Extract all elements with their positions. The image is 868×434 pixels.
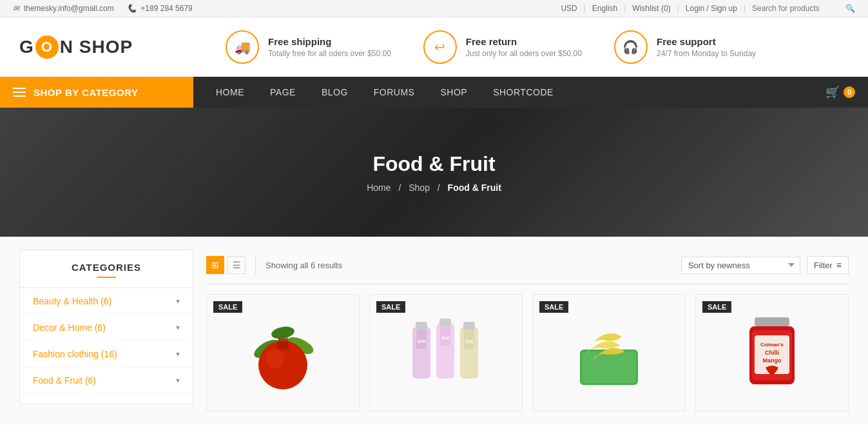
main-content: CATEGORIES Beauty & Health (6) ▾ Decor &… <box>0 237 868 424</box>
filter-icon: ≡ <box>836 260 842 270</box>
nav-shortcode[interactable]: SHORTCODE <box>483 77 563 108</box>
product-card-4[interactable]: SALE Colman's Chilli Ma <box>695 294 849 411</box>
product-image-2: SALE OVI OVI <box>370 295 522 411</box>
product-image-3: SALE <box>533 295 685 411</box>
wishlist-link[interactable]: Wishlist (0) <box>632 4 670 13</box>
svg-rect-24 <box>755 317 789 326</box>
logo-g: G <box>19 37 34 57</box>
category-beauty-health[interactable]: Beauty & Health (6) ▾ <box>20 288 193 315</box>
divider3: | <box>677 4 679 13</box>
sidebar: CATEGORIES Beauty & Health (6) ▾ Decor &… <box>19 250 193 411</box>
product-grid: SALE <box>206 294 849 411</box>
category-decor-home-link[interactable]: Decor & Home (6) <box>33 322 106 333</box>
grid-view-button[interactable]: ⊞ <box>206 256 224 274</box>
divider: | <box>584 4 586 13</box>
category-beauty-health-link[interactable]: Beauty & Health (6) <box>33 296 111 306</box>
sort-select[interactable]: Sort by newness Sort by price: low to hi… <box>681 257 800 274</box>
shop-by-category-label: SHOP BY CATEGORY <box>34 87 138 98</box>
shop-by-category-button[interactable]: SHOP BY CATEGORY <box>0 77 193 108</box>
hamburger-icon <box>13 88 26 97</box>
feature-return: ↩ Free return Just only for all oders ov… <box>423 30 582 64</box>
header: G O N SHOP 🚚 Free shipping Totally free … <box>0 17 868 77</box>
filter-label: Filter <box>814 261 833 270</box>
cart-icon: 🛒 <box>825 85 840 99</box>
feature-shipping-text: Free shipping Totally free for all oders… <box>268 36 391 58</box>
email-icon: ✉ <box>13 4 19 13</box>
header-features: 🚚 Free shipping Totally free for all ode… <box>133 30 849 64</box>
chevron-down-icon: ▾ <box>176 297 180 306</box>
products-area: ⊞ ☰ Showing all 6 results Sort by newnes… <box>206 250 849 411</box>
logo-circle: O <box>35 35 59 59</box>
bottles-svg: OVI OVI OVI <box>407 308 485 398</box>
product-card-2[interactable]: SALE OVI OVI <box>369 294 523 411</box>
chevron-down-icon-3: ▾ <box>176 350 180 359</box>
top-bar-left: ✉ themesky.info@gmail.com 📞 +189 284 567… <box>13 4 193 13</box>
sale-badge-2: SALE <box>376 301 405 313</box>
breadcrumb-home[interactable]: Home <box>367 182 391 193</box>
chevron-down-icon-2: ▾ <box>176 323 180 332</box>
cart-button[interactable]: 🛒 0 <box>813 85 868 99</box>
search-input[interactable] <box>752 4 842 13</box>
phone-icon: 📞 <box>127 4 137 13</box>
divider4: | <box>744 4 746 13</box>
svg-text:Chilli: Chilli <box>765 350 779 356</box>
nav-shop[interactable]: SHOP <box>430 77 477 108</box>
toolbar-divider <box>255 256 256 274</box>
bananas-svg <box>570 314 648 391</box>
product-image: SALE <box>207 295 359 411</box>
logo[interactable]: G O N SHOP <box>19 35 133 59</box>
search-icon[interactable]: 🔍 <box>845 4 855 13</box>
category-decor-home[interactable]: Decor & Home (6) ▾ <box>20 315 193 341</box>
nav-blog[interactable]: BLOG <box>312 77 358 108</box>
hero-banner: Food & Fruit Home / Shop / Food & Fruit <box>0 108 868 237</box>
product-card[interactable]: SALE <box>206 294 360 411</box>
svg-rect-19 <box>463 322 475 330</box>
sale-badge-3: SALE <box>539 301 568 313</box>
pomegranate-svg <box>247 313 318 391</box>
divider2: | <box>624 4 626 13</box>
feature-support: 🎧 Free support 24/7 from Monday to Sunda… <box>614 30 756 64</box>
top-bar-right: USD | English | Wishlist (0) | Login / S… <box>561 4 855 13</box>
chevron-down-icon-4: ▾ <box>176 376 180 385</box>
svg-point-4 <box>265 349 284 368</box>
cart-badge: 0 <box>844 86 855 98</box>
product-card-3[interactable]: SALE <box>532 294 686 411</box>
filter-button[interactable]: Filter ≡ <box>807 256 849 274</box>
sauce-svg: Colman's Chilli Mango <box>743 311 801 395</box>
svg-text:OVI: OVI <box>465 339 473 344</box>
category-fashion-clothing[interactable]: Fashion clothing (16) ▾ <box>20 341 193 368</box>
sale-badge: SALE <box>213 301 242 313</box>
category-food-fruit[interactable]: Food & Fruit (6) ▾ <box>20 368 193 394</box>
support-icon: 🎧 <box>614 30 648 64</box>
svg-rect-5 <box>277 342 289 350</box>
category-fashion-clothing-link[interactable]: Fashion clothing (16) <box>33 349 117 359</box>
phone-link[interactable]: 📞 +189 284 5679 <box>127 4 193 13</box>
feature-return-text: Free return Just only for all oders over… <box>466 36 582 58</box>
truck-icon: 🚚 <box>226 30 259 64</box>
breadcrumb-shop[interactable]: Shop <box>409 182 430 193</box>
nav-page[interactable]: PAGE <box>260 77 305 108</box>
nav-bar: SHOP BY CATEGORY HOME PAGE BLOG FORUMS S… <box>0 77 868 108</box>
logo-shop: SHOP <box>73 37 133 57</box>
list-view-button[interactable]: ☰ <box>227 256 246 274</box>
results-count: Showing all 6 results <box>265 261 681 270</box>
language-selector[interactable]: English <box>592 4 617 13</box>
svg-rect-15 <box>439 319 451 326</box>
pomegranate-image <box>247 313 318 393</box>
product-image-4: SALE Colman's Chilli Ma <box>696 295 848 411</box>
nav-forums[interactable]: FORUMS <box>364 77 425 108</box>
top-bar: ✉ themesky.info@gmail.com 📞 +189 284 567… <box>0 0 868 17</box>
categories-widget: CATEGORIES Beauty & Health (6) ▾ Decor &… <box>19 250 193 404</box>
category-food-fruit-link[interactable]: Food & Fruit (6) <box>33 375 96 386</box>
svg-rect-23 <box>582 351 636 383</box>
svg-text:Mango: Mango <box>763 357 782 364</box>
sale-badge-4: SALE <box>702 301 731 313</box>
categories-title: CATEGORIES <box>20 250 193 288</box>
nav-home[interactable]: HOME <box>206 77 254 108</box>
search-wrap[interactable]: 🔍 <box>752 4 855 13</box>
svg-rect-11 <box>416 322 427 330</box>
currency-selector[interactable]: USD <box>561 4 577 13</box>
email-link[interactable]: ✉ themesky.info@gmail.com <box>13 4 114 13</box>
login-link[interactable]: Login / Sign up <box>686 4 737 13</box>
logo-n: N <box>60 37 73 57</box>
